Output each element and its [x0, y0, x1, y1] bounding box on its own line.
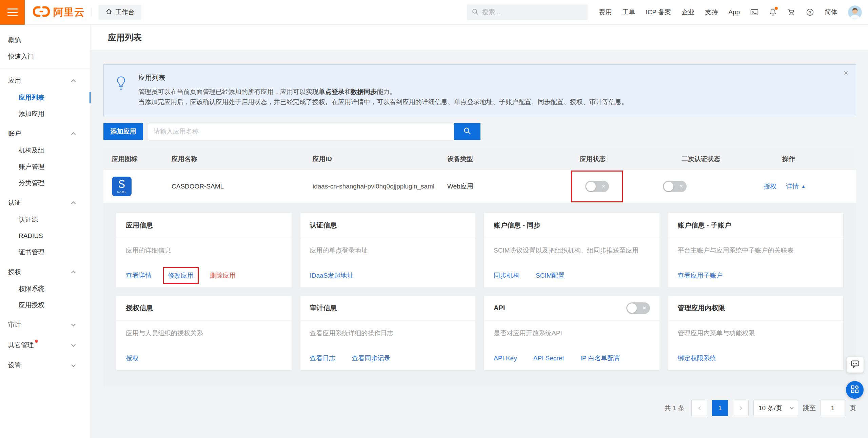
- cart-icon[interactable]: [787, 8, 795, 16]
- card-title: API: [494, 304, 505, 312]
- close-icon[interactable]: ×: [844, 69, 848, 77]
- sidebar-item-account-mgmt[interactable]: 账户管理: [0, 159, 91, 175]
- notifications-bell-icon[interactable]: [769, 8, 777, 16]
- view-sync-records-link[interactable]: 查看同步记录: [352, 354, 391, 363]
- sidebar-group-authorization[interactable]: 授权: [0, 263, 91, 281]
- apps-grid-icon: [850, 385, 859, 395]
- card-title: 账户信息 - 同步: [484, 213, 659, 238]
- modify-app-link[interactable]: 修改应用: [168, 272, 194, 279]
- sidebar: 概览 快速入门 应用 应用列表 添加应用 账户 机构及组 账户管理 分类管理 认…: [0, 25, 91, 438]
- language-switch[interactable]: 简体: [825, 8, 837, 17]
- card-title: 管理应用内权限: [668, 296, 844, 321]
- sidebar-item-app-list[interactable]: 应用列表: [0, 89, 91, 106]
- card-desc: SCIM协议设置以及把组织机构、组同步推送至应用: [494, 246, 650, 255]
- app-detail-panel: 应用信息 应用的详细信息 查看详情 修改应用 删除应用: [103, 203, 856, 386]
- card-app-info: 应用信息 应用的详细信息 查看详情 修改应用 删除应用: [116, 213, 292, 287]
- sidebar-item-auth-sources[interactable]: 认证源: [0, 212, 91, 228]
- user-avatar[interactable]: [848, 5, 862, 19]
- sidebar-group-authentication[interactable]: 认证: [0, 194, 91, 212]
- scim-config-link[interactable]: SCIM配置: [536, 271, 565, 280]
- view-logs-link[interactable]: 查看日志: [310, 354, 336, 363]
- app-name-search-input[interactable]: [148, 123, 454, 140]
- toolbar: 添加应用: [103, 123, 856, 140]
- card-desc: 应用与人员组织的授权关系: [126, 329, 282, 338]
- console-apps-button[interactable]: [846, 381, 864, 399]
- toggle-knob: [627, 303, 637, 313]
- sidebar-item-cert-mgmt[interactable]: 证书管理: [0, 244, 91, 260]
- sidebar-item-radius[interactable]: RADIUS: [0, 228, 91, 244]
- saml-app-icon: S SAML: [112, 177, 132, 196]
- bind-permission-system-link[interactable]: 绑定权限系统: [678, 354, 716, 363]
- global-search[interactable]: [467, 4, 588, 20]
- hamburger-menu-button[interactable]: [0, 0, 25, 25]
- nav-link-icp[interactable]: ICP 备案: [646, 8, 671, 17]
- card-title: 应用信息: [116, 213, 292, 238]
- annotation-box-app-status: ×: [571, 171, 623, 202]
- page-size-select[interactable]: 10 条/页: [753, 400, 798, 416]
- idaas-sso-link[interactable]: IDaaS发起地址: [310, 271, 354, 280]
- add-app-button[interactable]: 添加应用: [103, 123, 143, 140]
- authorize-link[interactable]: 授权: [764, 182, 776, 191]
- api-secret-link[interactable]: API Secret: [533, 355, 564, 362]
- sidebar-item-add-app[interactable]: 添加应用: [0, 106, 91, 122]
- jump-to-label: 跳至: [803, 404, 816, 413]
- aliyun-logo-text: 阿里云: [53, 5, 85, 19]
- page-title: 应用列表: [91, 25, 868, 50]
- chevron-up-icon: [71, 79, 76, 84]
- nav-link-tickets[interactable]: 工单: [623, 8, 635, 17]
- nav-link-enterprise[interactable]: 企业: [682, 8, 694, 17]
- sidebar-group-accounts[interactable]: 账户: [0, 125, 91, 142]
- search-button[interactable]: [454, 123, 480, 140]
- card-title: 账户信息 - 子账户: [668, 213, 844, 238]
- page-unit-label: 页: [850, 404, 856, 413]
- topnav-links: 费用 工单 ICP 备案 企业 支持 App ? 简体: [599, 5, 862, 19]
- col-header-appid: 应用ID: [313, 155, 447, 163]
- sidebar-item-category-mgmt[interactable]: 分类管理: [0, 175, 91, 191]
- jump-to-page-input[interactable]: [821, 400, 845, 416]
- twofa-status-toggle[interactable]: ×: [663, 181, 687, 192]
- sidebar-divider: [0, 68, 91, 68]
- sidebar-group-settings[interactable]: 设置: [0, 357, 91, 374]
- next-page-button[interactable]: [733, 400, 749, 416]
- view-detail-link[interactable]: 查看详情: [126, 271, 152, 280]
- sidebar-group-audit[interactable]: 审计: [0, 316, 91, 334]
- help-icon[interactable]: ?: [806, 8, 814, 16]
- global-search-input[interactable]: [482, 8, 583, 16]
- prev-page-button[interactable]: [691, 400, 707, 416]
- detail-link[interactable]: 详情 ▲: [786, 182, 806, 191]
- sidebar-item-org-groups[interactable]: 机构及组: [0, 142, 91, 159]
- ip-whitelist-link[interactable]: IP 白名单配置: [580, 354, 620, 363]
- sidebar-group-applications[interactable]: 应用: [0, 72, 91, 89]
- chevron-left-icon: [698, 406, 702, 410]
- banner-line1: 管理员可以在当前页面管理已经添加的所有应用，应用可以实现单点登录和数据同步能力。: [138, 87, 628, 97]
- card-authorization-info: 授权信息 应用与人员组织的授权关系 授权: [116, 296, 292, 370]
- cloudshell-icon[interactable]: [750, 8, 758, 16]
- api-key-link[interactable]: API Key: [494, 355, 517, 362]
- card-auth-info: 认证信息 应用的单点登录地址 IDaaS发起地址: [300, 213, 476, 287]
- chevron-right-icon: [738, 406, 742, 410]
- aliyun-bracket-icon: [32, 5, 51, 19]
- workbench-button[interactable]: 工作台: [99, 5, 141, 20]
- view-sub-accounts-link[interactable]: 查看应用子账户: [678, 271, 723, 280]
- authorize-card-link[interactable]: 授权: [126, 354, 139, 363]
- sidebar-group-other-mgmt[interactable]: 其它管理: [0, 336, 91, 354]
- nav-link-app[interactable]: App: [728, 8, 740, 16]
- top-navbar: 阿里云 工作台 费用 工单 ICP 备案 企业 支持 App: [0, 0, 868, 25]
- feedback-chat-button[interactable]: [847, 357, 864, 373]
- sidebar-item-permission-systems[interactable]: 权限系统: [0, 281, 91, 297]
- chevron-down-icon: [71, 342, 76, 347]
- app-status-toggle[interactable]: ×: [585, 181, 609, 192]
- api-toggle[interactable]: ×: [626, 302, 650, 314]
- sidebar-item-quickstart[interactable]: 快速入门: [0, 48, 91, 65]
- nav-link-billing[interactable]: 费用: [599, 8, 612, 17]
- sidebar-item-overview[interactable]: 概览: [0, 32, 91, 48]
- sidebar-item-app-authorization[interactable]: 应用授权: [0, 297, 91, 313]
- sync-org-link[interactable]: 同步机构: [494, 271, 519, 280]
- aliyun-logo[interactable]: 阿里云: [32, 5, 85, 19]
- page-number-current[interactable]: 1: [712, 400, 728, 416]
- nav-link-support[interactable]: 支持: [705, 8, 718, 17]
- col-header-name: 应用名称: [172, 155, 313, 163]
- delete-app-link[interactable]: 删除应用: [210, 271, 236, 280]
- card-desc: 应用的详细信息: [126, 246, 282, 255]
- card-title: 认证信息: [300, 213, 476, 238]
